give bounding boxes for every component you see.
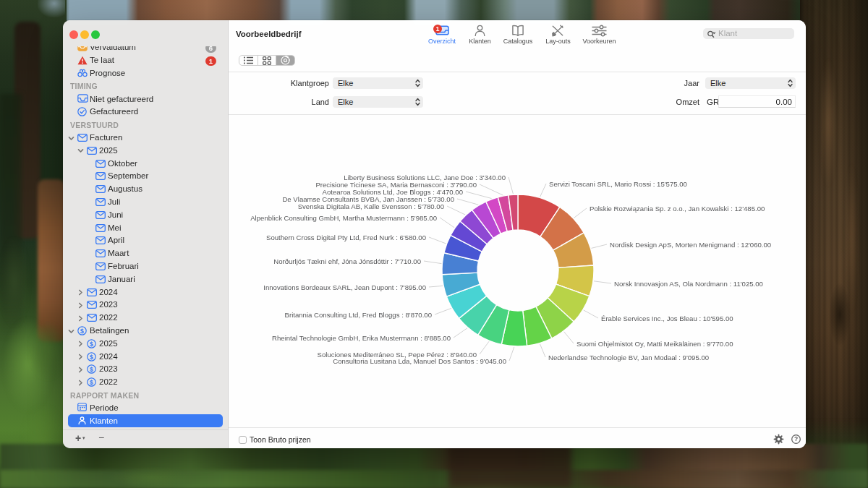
svg-text:Servizi Toscani SRL, Mario Ros: Servizi Toscani SRL, Mario Rossi : 15'57… [549,180,687,188]
svg-text:Polskie Rozwiązania Sp. z o.o.: Polskie Rozwiązania Sp. z o.o., Jan Kowa… [590,205,765,213]
svg-text:Norsk Innovasjon AS, Ola Nordm: Norsk Innovasjon AS, Ola Nordmann : 11'0… [614,280,763,288]
svg-text:Nordisk Design ApS, Morten Men: Nordisk Design ApS, Morten Menigmand : 1… [610,241,771,249]
svg-text:Liberty Business Solutions LLC: Liberty Business Solutions LLC, Jane Doe… [344,174,506,181]
svg-text:$: $ [90,366,93,373]
svg-text:Rheintal Technologie GmbH, Eri: Rheintal Technologie GmbH, Erika Musterm… [272,334,451,342]
svg-text:$: $ [80,328,84,335]
svg-text:$: $ [90,353,93,360]
svg-text:Suomi Ohjelmistot Oy, Matti Me: Suomi Ohjelmistot Oy, Matti Meikäläinen … [576,340,733,348]
svg-text:Svenska Digitala AB, Kalle Sve: Svenska Digitala AB, Kalle Svensson : 5'… [298,202,444,210]
svg-text:Southern Cross Digital Pty Ltd: Southern Cross Digital Pty Ltd, Fred Nur… [266,234,426,241]
svg-text:Alpenblick Consulting GmbH, Ma: Alpenblick Consulting GmbH, Martha Muste… [250,214,437,222]
svg-text:Innovations Bordeaux SARL, Jea: Innovations Bordeaux SARL, Jean Dupont :… [263,283,426,291]
svg-text:De Vlaamse Consultants BVBA, J: De Vlaamse Consultants BVBA, Jan Janssen… [282,195,454,203]
svg-text:Érable Services Inc., Jos Blea: Érable Services Inc., Jos Bleau : 10'595… [601,314,733,322]
svg-text:Britannia Consulting Ltd, Fred: Britannia Consulting Ltd, Fred Bloggs : … [285,311,432,319]
svg-text:?: ? [793,435,797,442]
svg-text:$: $ [90,379,93,386]
svg-text:Aotearoa Solutions Ltd, Joe Bl: Aotearoa Solutions Ltd, Joe Bloggs : 4'4… [323,188,463,196]
svg-text:Norðurljós Tækni ehf, Jóna Jón: Norðurljós Tækni ehf, Jóna Jónsdóttir : … [273,257,421,265]
svg-text:Nederlandse Technologie BV, Ja: Nederlandse Technologie BV, Jan Modaal :… [548,354,709,361]
svg-text:Precisione Ticinese SA, Maria: Precisione Ticinese SA, Maria Bernasconi… [315,181,477,189]
svg-text:$: $ [90,341,93,348]
svg-text:Soluciones Mediterráneo SL, Pe: Soluciones Mediterráneo SL, Pepe Pérez :… [318,351,477,359]
